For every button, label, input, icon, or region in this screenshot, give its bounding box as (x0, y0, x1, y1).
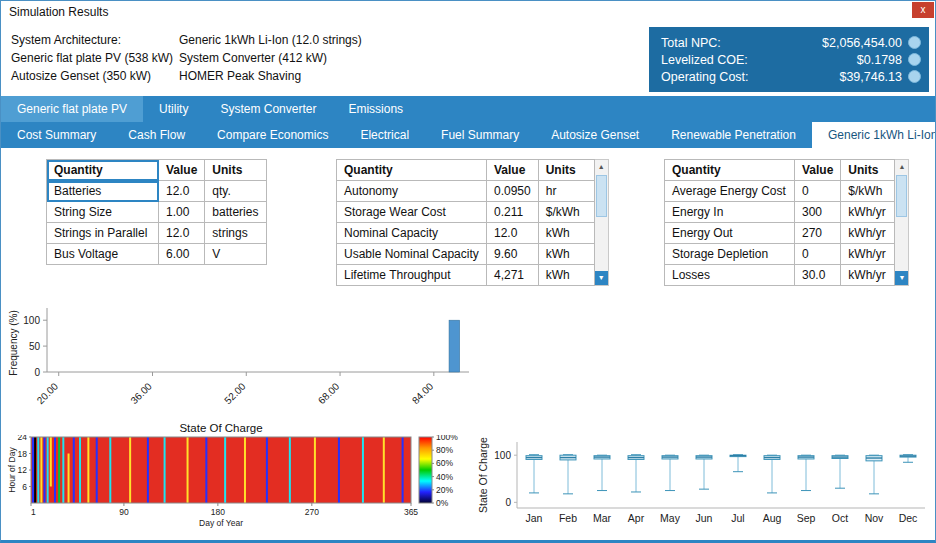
histogram-canvas: 05010020.0036.0052.0068.0084.00Frequency… (7, 300, 487, 424)
svg-text:Jan: Jan (526, 512, 543, 524)
soc-frequency-histogram: 05010020.0036.0052.0068.0084.00Frequency… (7, 300, 487, 420)
svg-text:20%: 20% (436, 485, 453, 495)
table-scrollbar[interactable]: ▲▼ (895, 159, 909, 286)
boxplot-canvas: 0100JanFebMarAprMayJunJulAugSepOctNovDec… (477, 430, 935, 540)
table-row: Storage Wear Cost0.211$/kWh (337, 202, 595, 223)
svg-text:36.00: 36.00 (128, 380, 154, 406)
scroll-up-icon[interactable]: ▲ (895, 160, 908, 174)
table-cell[interactable]: V (205, 244, 267, 265)
close-icon[interactable]: x (912, 2, 934, 18)
table-cell[interactable]: 0 (795, 244, 841, 265)
svg-text:Nov: Nov (865, 512, 884, 524)
table-cell[interactable]: 12.0 (159, 181, 205, 202)
table-cell[interactable]: Nominal Capacity (337, 223, 487, 244)
metrics-panel: Total NPC:$2,056,454.00Levelized COE:$0.… (649, 27, 929, 92)
table-cell[interactable]: Lifetime Throughput (337, 265, 487, 286)
architecture-line: System Architecture: (11, 31, 179, 49)
info-icon[interactable] (908, 70, 921, 83)
table-cell[interactable]: kWh (538, 244, 594, 265)
table-scrollbar[interactable]: ▲▼ (595, 159, 609, 286)
scroll-thumb[interactable] (596, 175, 607, 217)
scroll-down-icon[interactable]: ▼ (895, 271, 908, 285)
column-header[interactable]: Value (795, 160, 841, 181)
svg-text:Day of Year: Day of Year (199, 518, 243, 528)
table-cell[interactable]: strings (205, 223, 267, 244)
architecture-line: Generic 1kWh Li-Ion (12.0 strings) (179, 31, 362, 49)
table-cell[interactable]: kWh/yr (841, 265, 895, 286)
table-cell[interactable]: 270 (795, 223, 841, 244)
column-header[interactable]: Units (538, 160, 594, 181)
tab-autosize-genset[interactable]: Autosize Genset (535, 122, 655, 148)
table-cell[interactable]: Bus Voltage (47, 244, 159, 265)
info-icon[interactable] (908, 53, 921, 66)
column-header[interactable]: Quantity (337, 160, 487, 181)
table-cell[interactable]: Energy In (665, 202, 795, 223)
soc-monthly-boxplot: 0100JanFebMarAprMayJunJulAugSepOctNovDec… (477, 430, 935, 540)
table-row: Average Energy Cost0$/kWh (665, 181, 895, 202)
scroll-thumb[interactable] (896, 175, 907, 217)
tab-emissions[interactable]: Emissions (332, 96, 419, 122)
tab-cash-flow[interactable]: Cash Flow (112, 122, 201, 148)
svg-text:100%: 100% (436, 435, 458, 442)
table-cell[interactable]: hr (538, 181, 594, 202)
column-header[interactable]: Value (159, 160, 205, 181)
column-header[interactable]: Units (841, 160, 895, 181)
scroll-up-icon[interactable]: ▲ (595, 160, 608, 174)
table-cell[interactable]: Storage Depletion (665, 244, 795, 265)
table-cell[interactable]: 9.60 (487, 244, 539, 265)
tab-fuel-summary[interactable]: Fuel Summary (425, 122, 535, 148)
table-cell[interactable]: kWh/yr (841, 202, 895, 223)
column-header[interactable]: Quantity (47, 160, 159, 181)
tab-system-converter[interactable]: System Converter (204, 96, 332, 122)
column-header[interactable]: Units (205, 160, 267, 181)
table-cell[interactable]: Strings in Parallel (47, 223, 159, 244)
svg-text:18: 18 (18, 449, 28, 459)
table-cell[interactable]: 0 (795, 181, 841, 202)
tab-generic-flat-plate-pv[interactable]: Generic flat plate PV (1, 96, 143, 122)
tab-utility[interactable]: Utility (143, 96, 204, 122)
svg-text:0: 0 (505, 497, 511, 508)
table-row: Nominal Capacity12.0kWh (337, 223, 595, 244)
tab-renewable-penetration[interactable]: Renewable Penetration (655, 122, 812, 148)
tab-generic-1kwh-li-ion[interactable]: Generic 1kWh Li-Ion (812, 122, 935, 148)
table-cell[interactable]: qty. (205, 181, 267, 202)
table-cell[interactable]: 300 (795, 202, 841, 223)
scroll-down-icon[interactable]: ▼ (595, 271, 608, 285)
table-cell[interactable]: 0.0950 (487, 181, 539, 202)
table-cell[interactable]: kWh/yr (841, 223, 895, 244)
table-cell[interactable]: Storage Wear Cost (337, 202, 487, 223)
table-cell[interactable]: $/kWh (538, 202, 594, 223)
table-cell[interactable]: 30.0 (795, 265, 841, 286)
table-cell[interactable]: batteries (205, 202, 267, 223)
table-cell[interactable]: kWh (538, 223, 594, 244)
table-cell[interactable]: kWh (538, 265, 594, 286)
tab-cost-summary[interactable]: Cost Summary (1, 122, 112, 148)
svg-text:0: 0 (34, 367, 40, 378)
table-cell[interactable]: Average Energy Cost (665, 181, 795, 202)
table-cell[interactable]: 6.00 (159, 244, 205, 265)
column-header[interactable]: Quantity (665, 160, 795, 181)
info-icon[interactable] (908, 36, 921, 49)
svg-text:6: 6 (22, 482, 27, 492)
table-cell[interactable]: Autonomy (337, 181, 487, 202)
metric-row: Operating Cost:$39,746.13 (661, 68, 921, 85)
table-cell[interactable]: $/kWh (841, 181, 895, 202)
table-cell[interactable]: 12.0 (487, 223, 539, 244)
table-cell[interactable]: kWh/yr (841, 244, 895, 265)
table-cell[interactable]: Energy Out (665, 223, 795, 244)
table-cell[interactable]: 0.211 (487, 202, 539, 223)
table-cell[interactable]: Usable Nominal Capacity (337, 244, 487, 265)
metric-label: Levelized COE: (661, 53, 748, 67)
table-cell[interactable]: 4,271 (487, 265, 539, 286)
table-cell[interactable]: 1.00 (159, 202, 205, 223)
table-cell[interactable]: Losses (665, 265, 795, 286)
tab-electrical[interactable]: Electrical (344, 122, 425, 148)
table-cell[interactable]: 12.0 (159, 223, 205, 244)
column-header[interactable]: Value (487, 160, 539, 181)
table-row: Lifetime Throughput4,271kWh (337, 265, 595, 286)
tab-compare-economics[interactable]: Compare Economics (201, 122, 344, 148)
svg-text:60%: 60% (436, 458, 453, 468)
results-table: QuantityValueUnitsBatteries12.0qty.Strin… (46, 159, 267, 265)
table-cell[interactable]: Batteries (47, 181, 159, 202)
table-cell[interactable]: String Size (47, 202, 159, 223)
